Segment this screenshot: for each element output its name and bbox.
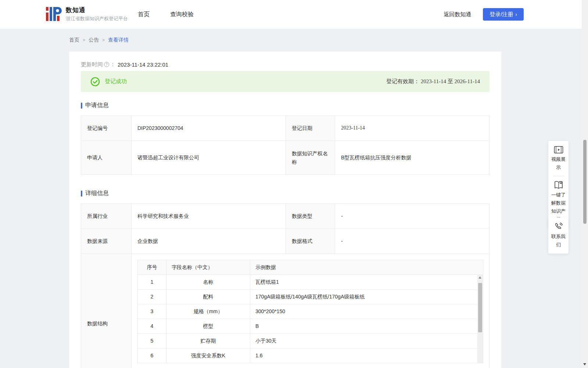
breadcrumb-separator: > xyxy=(83,38,85,43)
data-type-label: 数据类型 xyxy=(286,204,335,229)
row-sample: 小于30天 xyxy=(250,334,483,348)
structure-table-wrap: 序号 字段名称（中文） 示例数据 1 名称 瓦楞纸箱1 2 配料 170gA级箱… xyxy=(137,260,483,363)
row-field: 配料 xyxy=(166,290,250,304)
chevron-right-icon: › xyxy=(515,12,517,17)
update-time-row: 更新时间 ? ： 2023-11-14 23:22:01 xyxy=(81,61,490,68)
col-header-field: 字段名称（中文） xyxy=(166,260,250,275)
title-accent-bar xyxy=(81,103,82,109)
col-header-sample: 示例数据 xyxy=(250,260,483,275)
row-field: 楞型 xyxy=(166,319,250,334)
check-circle-icon xyxy=(90,77,100,86)
login-register-label: 登录/注册 xyxy=(490,11,513,18)
data-source-label: 数据来源 xyxy=(81,229,132,254)
detail-card: 更新时间 ? ： 2023-11-14 23:22:01 登记成功 登记有效期：… xyxy=(69,52,501,368)
float-panel-contact[interactable]: 联系我们 xyxy=(548,217,569,254)
page-scrollbar[interactable] xyxy=(582,0,588,368)
top-header: 数知通 浙江省数据知识产权登记平台 首页 查询校验 返回数知通 登录/注册 › xyxy=(0,0,588,29)
header-right: 返回数知通 登录/注册 › xyxy=(444,0,524,29)
detail-info-title: 详细信息 xyxy=(81,190,490,197)
title-accent-bar xyxy=(81,191,82,197)
video-icon xyxy=(554,146,563,154)
logo-text: 数知通 浙江省数据知识产权登记平台 xyxy=(66,6,128,22)
breadcrumb: 首页 > 公告 > 查看详情 xyxy=(69,37,129,43)
industry-label: 所属行业 xyxy=(81,204,132,229)
data-format-label: 数据格式 xyxy=(286,229,335,254)
scroll-down-arrow-icon[interactable] xyxy=(583,363,586,365)
row-sample: B xyxy=(250,319,483,334)
panel-divider xyxy=(553,176,564,176)
nav-item-query-verify[interactable]: 查询校验 xyxy=(170,11,194,18)
data-source-value: 企业数据 xyxy=(132,229,286,254)
breadcrumb-separator: > xyxy=(102,38,105,43)
logo-icon xyxy=(46,6,62,22)
back-to-shuzhitong-link[interactable]: 返回数知通 xyxy=(444,11,471,18)
row-field: 名称 xyxy=(166,275,250,290)
detail-info-title-text: 详细信息 xyxy=(85,190,109,197)
status-text: 登记成功 xyxy=(105,78,127,85)
application-info-title: 申请信息 xyxy=(81,102,490,109)
structure-table: 序号 字段名称（中文） 示例数据 1 名称 瓦楞纸箱1 2 配料 170gA级箱… xyxy=(137,260,483,363)
row-index: 6 xyxy=(138,348,166,363)
data-structure-cell: 序号 字段名称（中文） 示例数据 1 名称 瓦楞纸箱1 2 配料 170gA级箱… xyxy=(132,254,490,368)
data-type-value: - xyxy=(335,204,490,229)
row-index: 5 xyxy=(138,334,166,348)
row-sample: 瓦楞纸箱1 xyxy=(250,275,483,290)
reg-number-label: 登记编号 xyxy=(81,116,132,141)
row-index: 3 xyxy=(138,304,166,319)
breadcrumb-announcement[interactable]: 公告 xyxy=(89,37,99,43)
detail-info-table: 所属行业 科学研究和技术服务业 数据类型 - 数据来源 企业数据 数据格式 - … xyxy=(81,204,490,368)
row-sample: 300*200*150 xyxy=(250,304,483,319)
data-format-value: - xyxy=(335,229,490,254)
float-panel-video[interactable]: 视频展示 一键了解数据知识产权 xyxy=(548,141,569,228)
registration-success-banner: 登记成功 登记有效期： 2023-11-14 至 2026-11-14 xyxy=(81,71,490,92)
row-field: 强度安全系数K xyxy=(166,348,250,363)
help-icon[interactable]: ? xyxy=(104,62,109,67)
scrollbar-thumb[interactable] xyxy=(478,283,482,332)
book-icon xyxy=(554,181,563,190)
validity-period: 登记有效期： 2023-11-14 至 2026-11-14 xyxy=(386,78,480,85)
login-register-button[interactable]: 登录/注册 › xyxy=(483,8,524,21)
validity-value: 2023-11-14 至 2026-11-14 xyxy=(421,78,480,84)
main-nav: 首页 查询校验 xyxy=(138,0,194,29)
row-field: 规格（mm） xyxy=(166,304,250,319)
data-structure-label: 数据结构 xyxy=(81,254,132,368)
phone-icon xyxy=(554,222,563,231)
row-field: 贮存期 xyxy=(166,334,250,348)
contact-panel-label: 联系我们 xyxy=(549,233,567,249)
update-time-colon: ： xyxy=(110,61,115,68)
row-index: 2 xyxy=(138,290,166,304)
structure-table-scrollbar[interactable] xyxy=(477,275,483,363)
dip-name-value: B型瓦楞纸箱抗压强度分析数据 xyxy=(335,141,490,175)
breadcrumb-current: 查看详情 xyxy=(108,37,129,43)
reg-number-value: DIP2023000002704 xyxy=(132,116,286,141)
logo[interactable]: 数知通 浙江省数据知识产权登记平台 xyxy=(46,6,128,22)
row-index: 4 xyxy=(138,319,166,334)
col-header-index: 序号 xyxy=(138,260,166,275)
scroll-up-arrow-icon[interactable] xyxy=(478,276,481,279)
industry-value: 科学研究和技术服务业 xyxy=(132,204,286,229)
row-index: 1 xyxy=(138,275,166,290)
video-panel-label: 视频展示 xyxy=(549,155,567,171)
scrollbar-thumb[interactable] xyxy=(583,140,587,224)
applicant-label: 申请人 xyxy=(81,141,132,175)
status: 登记成功 xyxy=(90,77,127,86)
dip-name-label: 数据知识产权名称 xyxy=(286,141,335,175)
reg-date-value: 2023-11-14 xyxy=(335,116,490,141)
site-subtitle: 浙江省数据知识产权登记平台 xyxy=(66,15,128,22)
reg-date-label: 登记日期 xyxy=(286,116,335,141)
breadcrumb-home[interactable]: 首页 xyxy=(69,37,79,43)
application-info-title-text: 申请信息 xyxy=(85,102,109,109)
application-info-table: 登记编号 DIP2023000002704 登记日期 2023-11-14 申请… xyxy=(81,116,490,175)
update-time-label: 更新时间 xyxy=(81,61,103,68)
row-sample: 1.6 xyxy=(250,348,483,363)
validity-label: 登记有效期： xyxy=(386,78,419,84)
nav-item-home[interactable]: 首页 xyxy=(138,11,150,18)
applicant-value: 诸暨迅超工业设计有限公司 xyxy=(132,141,286,175)
row-sample: 170gA级箱板纸/140gA级瓦楞纸/170gA级箱板纸 xyxy=(250,290,483,304)
site-title: 数知通 xyxy=(66,6,128,14)
update-time-value: 2023-11-14 23:22:01 xyxy=(118,61,168,68)
